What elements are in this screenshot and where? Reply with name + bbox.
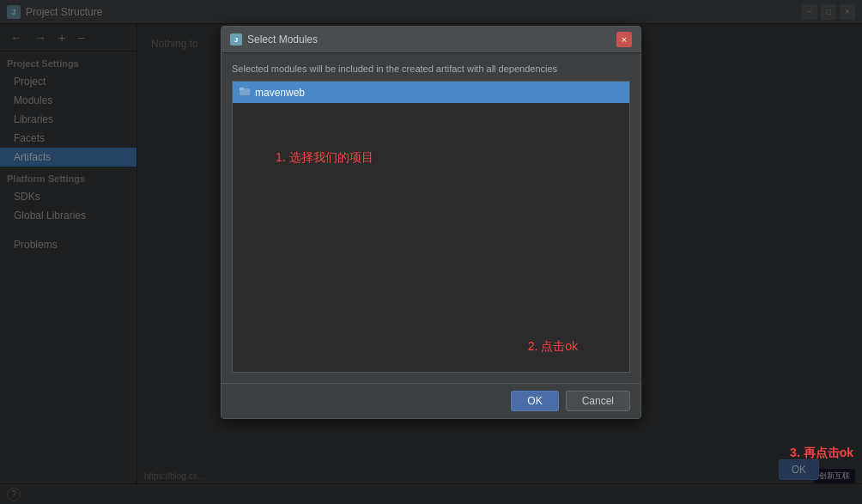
dialog-title: Select Modules (247, 33, 318, 46)
dialog-footer: OK Cancel (222, 383, 640, 418)
dialog-titlebar-left: J Select Modules (230, 33, 318, 46)
dialog-icon: J (230, 33, 242, 46)
annotation-2: 2. 点击ok (528, 339, 578, 355)
dialog-ok-button[interactable]: OK (511, 391, 558, 411)
dialog-body: Selected modules will be included in the… (222, 53, 640, 383)
annotation-1: 1. 选择我们的项目 (276, 150, 373, 166)
dialog-close-button[interactable]: × (616, 32, 632, 47)
module-list-item[interactable]: mavenweb (233, 82, 629, 103)
right-annotation: 3. 再点击ok (790, 446, 853, 461)
module-name: mavenweb (255, 87, 305, 99)
dialog-titlebar: J Select Modules × (222, 27, 640, 53)
dialog-list-container[interactable]: mavenweb 1. 选择我们的项目 2. 点击ok (232, 81, 630, 373)
dialog-description: Selected modules will be included in the… (232, 64, 630, 74)
dialog-cancel-button[interactable]: Cancel (566, 391, 630, 411)
select-modules-dialog: J Select Modules × Selected modules will… (221, 26, 641, 419)
svg-rect-1 (240, 88, 244, 90)
module-folder-icon (240, 86, 250, 99)
modal-overlay: J Select Modules × Selected modules will… (0, 0, 862, 504)
